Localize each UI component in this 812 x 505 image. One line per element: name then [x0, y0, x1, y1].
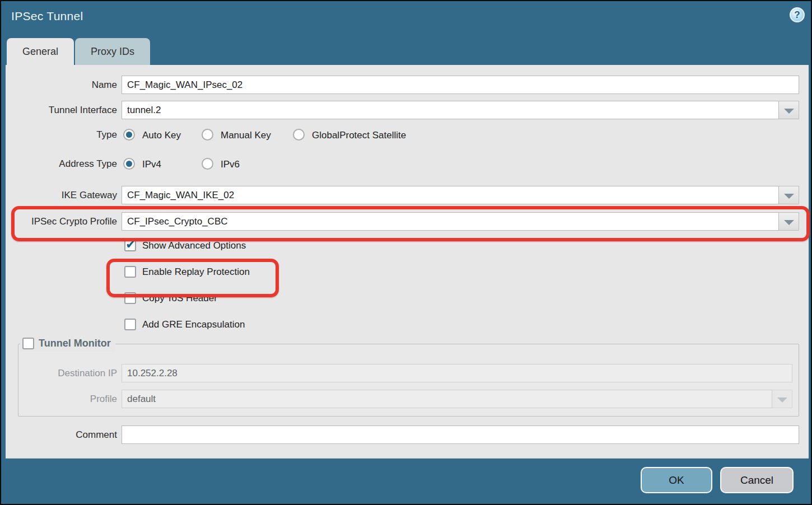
radio-manual-key[interactable]: [202, 129, 213, 141]
tab-proxy-ids[interactable]: Proxy IDs: [75, 38, 150, 65]
dialog-footer: OK Cancel: [1, 459, 811, 505]
ipsec-tunnel-dialog: IPSec Tunnel ? General Proxy IDs Name Tu…: [0, 0, 812, 505]
ipsec-crypto-profile-label: IPSec Crypto Profile: [6, 212, 117, 231]
checkbox-add-gre-encapsulation[interactable]: ✔: [124, 319, 136, 330]
tab-bar: General Proxy IDs: [7, 38, 151, 65]
name-label: Name: [6, 76, 117, 94]
checkbox-show-advanced-options[interactable]: ✔: [124, 240, 136, 251]
radio-ipv6-label: IPv6: [221, 158, 240, 171]
checkbox-show-advanced-options-label: Show Advanced Options: [142, 239, 246, 252]
tunnel-monitor-label: Tunnel Monitor: [39, 338, 111, 349]
radio-globalprotect-satellite-label: GlobalProtect Satellite: [312, 129, 406, 142]
cancel-button[interactable]: Cancel: [720, 467, 794, 493]
dialog-title: IPSec Tunnel: [11, 10, 83, 23]
ike-gateway-label: IKE Gateway: [6, 186, 117, 204]
checkbox-add-gre-encapsulation-label: Add GRE Encapsulation: [142, 318, 245, 331]
tunnel-interface-label: Tunnel Interface: [6, 101, 117, 119]
tunnel-monitor-legend: ✔ Tunnel Monitor: [20, 335, 115, 352]
chevron-down-icon: [784, 109, 794, 114]
tab-general[interactable]: General: [7, 38, 74, 65]
destination-ip-label: Destination IP: [6, 364, 117, 382]
ok-button[interactable]: OK: [641, 467, 712, 493]
chevron-down-icon: [777, 398, 787, 403]
ike-gateway-dropdown-button[interactable]: [779, 186, 799, 204]
ipsec-crypto-profile-input[interactable]: [122, 212, 779, 231]
radio-manual-key-label: Manual Key: [221, 129, 271, 142]
checkbox-enable-replay-protection-label: Enable Replay Protection: [142, 265, 250, 279]
radio-globalprotect-satellite[interactable]: [293, 129, 305, 141]
checkmark-icon: ✔: [125, 237, 136, 252]
address-type-label: Address Type: [6, 157, 117, 171]
comment-input[interactable]: [122, 425, 799, 444]
ike-gateway-input[interactable]: [122, 186, 779, 204]
title-bar: IPSec Tunnel ?: [1, 1, 811, 34]
help-icon[interactable]: ?: [790, 7, 805, 22]
checkbox-tunnel-monitor[interactable]: ✔: [22, 338, 34, 349]
chevron-down-icon: [784, 220, 794, 225]
radio-ipv4[interactable]: [123, 158, 135, 170]
tunnel-interface-input[interactable]: [122, 101, 779, 119]
checkbox-copy-tos-header[interactable]: ✔: [124, 292, 136, 304]
radio-ipv4-label: IPv4: [142, 158, 161, 171]
destination-ip-input: [122, 364, 792, 382]
comment-label: Comment: [6, 425, 117, 444]
type-label: Type: [6, 128, 117, 142]
general-tab-panel: Name Tunnel Interface Type Auto Key Manu…: [6, 65, 809, 459]
profile-dropdown-button: [772, 390, 792, 408]
profile-label: Profile: [6, 390, 117, 408]
radio-auto-key-label: Auto Key: [142, 129, 181, 142]
ipsec-crypto-profile-dropdown-button[interactable]: [779, 212, 799, 231]
radio-auto-key[interactable]: [123, 129, 135, 141]
chevron-down-icon: [784, 194, 794, 199]
tunnel-interface-dropdown-button[interactable]: [779, 101, 799, 119]
checkbox-copy-tos-header-label: Copy ToS Header: [142, 292, 217, 305]
name-input[interactable]: [122, 76, 799, 94]
checkbox-enable-replay-protection[interactable]: ✔: [124, 266, 136, 278]
radio-ipv6[interactable]: [202, 158, 213, 170]
profile-input: [122, 390, 772, 408]
